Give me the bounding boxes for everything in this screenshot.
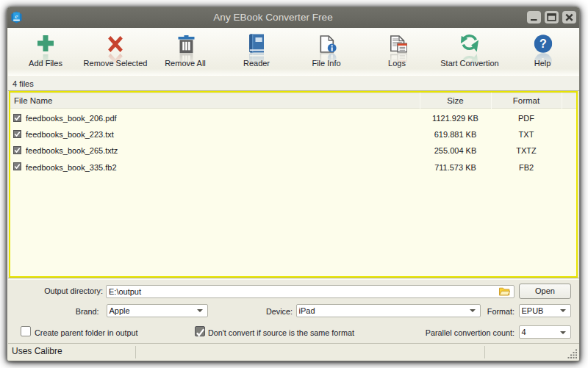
svg-text:e: e bbox=[15, 12, 18, 20]
svg-text:?: ? bbox=[539, 37, 547, 49]
